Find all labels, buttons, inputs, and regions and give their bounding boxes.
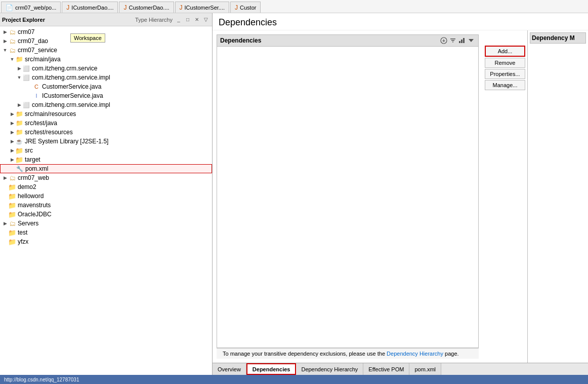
tree-item-customerservice[interactable]: ▶ C CustomerService.java: [0, 82, 212, 91]
tab-effective-pom[interactable]: Effective POM: [363, 363, 409, 375]
deps-header-row: Dependencies +: [217, 34, 479, 47]
svg-rect-6: [461, 40, 463, 43]
bottom-tabs: Overview Dependencies Dependency Hierarc…: [213, 363, 588, 375]
tab-dependency-hierarchy[interactable]: Dependency Hierarchy: [296, 363, 363, 375]
tree-arrow-srcmainjava: ▼: [9, 56, 15, 62]
dependencies-title: Dependencies: [213, 13, 588, 30]
tree-label-servers: Servers: [18, 220, 38, 227]
src-folder-icon: 📁: [15, 55, 23, 63]
tree-item-srctestjava[interactable]: ▶ 📁 src/test/java: [0, 119, 212, 128]
tree-item-crm07web[interactable]: ▶ 🗂 crm07_web: [0, 173, 212, 182]
right-content: Dependencies +: [213, 30, 588, 363]
tab-crm07web[interactable]: 📄 crm07_web/po...: [1, 2, 61, 13]
view-menu-button[interactable]: ▽: [202, 16, 210, 24]
dep-m-section: Dependency M: [527, 30, 588, 363]
maximize-button[interactable]: □: [184, 16, 192, 24]
tab-customerdao[interactable]: J CustomerDao....: [119, 2, 174, 13]
tree-label-test: test: [18, 229, 27, 236]
tree-label-src: src: [25, 147, 33, 154]
tree-label-mavenstruts: mavenstruts: [18, 202, 51, 209]
tree-item-src[interactable]: ▶ 📁 src: [0, 146, 212, 155]
tab-icustomerdao[interactable]: J ICustomerDao....: [62, 2, 118, 13]
manage-button[interactable]: Manage...: [485, 80, 525, 90]
deps-icon-view-menu[interactable]: [467, 36, 475, 45]
deps-icon-filter[interactable]: [449, 36, 457, 45]
src-testjava-icon: 📁: [15, 119, 23, 127]
tree-item-pkg1[interactable]: ▶ ⬜ com.itzheng.crm.service: [0, 64, 212, 73]
folder-test-icon: 📁: [8, 228, 16, 237]
tab-overview[interactable]: Overview: [213, 363, 246, 375]
tree-item-crm07dao[interactable]: ▶ 🗂 crm07_dao: [0, 36, 212, 46]
tree-arrow-jre: ▶: [9, 138, 15, 144]
deps-list[interactable]: [217, 47, 479, 348]
package-icon: ⬜: [22, 64, 30, 72]
tab-icustomerser[interactable]: J ICustomerSer....: [175, 2, 229, 13]
deps-toolbar-icons: +: [440, 36, 475, 45]
status-text: http://blog.csdn.net/qq_12787031: [4, 377, 79, 382]
tree-item-crm07service[interactable]: ▼ 🗂 crm07_service: [0, 46, 212, 55]
project-tree[interactable]: ▶ 🗂 crm07 ▶ 🗂 crm07_dao ▼ 🗂 crm07_servic…: [0, 26, 212, 375]
tree-item-crm07[interactable]: ▶ 🗂 crm07: [0, 27, 212, 36]
panel-title: Project Explorer: [2, 17, 133, 23]
minimize-button[interactable]: _: [175, 16, 183, 24]
folder-mavenstruts-icon: 📁: [8, 201, 16, 209]
panel-controls: _ □ ✕ ▽: [175, 16, 210, 24]
tree-item-icustomerservice[interactable]: ▶ I ICustomerService.java: [0, 91, 212, 100]
tree-item-pkg2parent[interactable]: ▼ ⬜ com.itzheng.crm.service.impl: [0, 73, 212, 82]
tree-item-pkg2[interactable]: ▶ ⬜ com.itzheng.crm.service.impl: [0, 100, 212, 109]
folder-src-icon: 📁: [15, 146, 23, 155]
dependency-hierarchy-link[interactable]: Dependency Hierarchy: [387, 351, 443, 357]
remove-button[interactable]: Remove: [485, 58, 525, 68]
tree-item-servers[interactable]: ▶ 🗂 Servers: [0, 219, 212, 228]
deps-icon-add-node[interactable]: +: [440, 36, 448, 45]
xml-file-icon: 📄: [6, 4, 13, 11]
tree-arrow-pkg2parent: ▼: [16, 74, 22, 81]
java-icon3: J: [180, 4, 183, 11]
tree-item-srcmainjava[interactable]: ▼ 📁 src/main/java: [0, 55, 212, 64]
tree-item-jre[interactable]: ▶ ☕ JRE System Library [J2SE-1.5]: [0, 137, 212, 146]
tree-item-test[interactable]: ▶ 📁 test: [0, 228, 212, 237]
tree-label-pkg1: com.itzheng.crm.service: [32, 65, 97, 72]
tab-pom-xml[interactable]: pom.xml: [409, 363, 441, 375]
tree-arrow-servers: ▶: [2, 220, 8, 226]
jre-icon: ☕: [15, 137, 23, 145]
tree-arrow-oraclejdbc: ▶: [2, 211, 8, 217]
tree-label-pkg2parent: com.itzheng.crm.service.impl: [32, 74, 110, 81]
tree-item-pomxml[interactable]: ▶ 🔧 pom.xml: [0, 164, 212, 173]
tree-arrow-test: ▶: [2, 229, 8, 236]
type-hierarchy-label[interactable]: Type Hierarchy: [135, 17, 173, 23]
panel-header: Project Explorer Type Hierarchy _ □ ✕ ▽: [0, 13, 212, 26]
src-resources-icon: 📁: [15, 110, 23, 118]
tree-label-pkg2: com.itzheng.crm.service.impl: [32, 101, 110, 108]
properties-button[interactable]: Properties...: [485, 69, 525, 79]
close-panel-button[interactable]: ✕: [193, 16, 201, 24]
tree-item-srctestresources[interactable]: ▶ 📁 src/test/resources: [0, 128, 212, 137]
project-icon2: 🗂: [8, 37, 16, 45]
tree-item-demo2[interactable]: ▶ 📁 demo2: [0, 182, 212, 191]
java-interface-icon: I: [32, 92, 40, 100]
tree-arrow-icustomerservice: ▶: [26, 93, 32, 99]
tree-label-icustomerservice: ICustomerService.java: [42, 92, 103, 99]
deps-icon-chart[interactable]: [458, 36, 466, 45]
tab-custor[interactable]: J Custor: [230, 2, 261, 13]
folder-yfzx-icon: 📁: [8, 238, 16, 246]
right-panel: Dependencies Dependencies +: [213, 13, 588, 375]
tree-item-oraclejdbc[interactable]: ▶ 📁 OracleJDBC: [0, 210, 212, 219]
status-bar: http://blog.csdn.net/qq_12787031: [0, 375, 588, 384]
tree-item-target[interactable]: ▶ 📁 target: [0, 155, 212, 164]
tree-item-helloword[interactable]: ▶ 📁 helloword: [0, 191, 212, 201]
java-icon4: J: [235, 4, 238, 11]
tree-item-yfzx[interactable]: ▶ 📁 yfzx: [0, 237, 212, 246]
tree-item-srcmainresources[interactable]: ▶ 📁 src/main/resources: [0, 109, 212, 119]
tree-item-mavenstruts[interactable]: ▶ 📁 mavenstruts: [0, 201, 212, 210]
tab-dependencies[interactable]: Dependencies: [246, 363, 297, 375]
tree-arrow-crm07web: ▶: [2, 175, 8, 181]
tree-label-customerservice: CustomerService.java: [42, 83, 101, 90]
tree-label-crm07service: crm07_service: [18, 47, 57, 54]
bottom-message-text: To manage your transitive dependency exc…: [223, 351, 385, 357]
tree-label-srctestresources: src/test/resources: [25, 129, 73, 136]
tree-label-demo2: demo2: [18, 183, 36, 190]
tree-label-crm07: crm07: [18, 28, 34, 35]
tree-arrow-crm07dao: ▶: [2, 38, 8, 44]
add-button[interactable]: Add...: [485, 46, 525, 57]
